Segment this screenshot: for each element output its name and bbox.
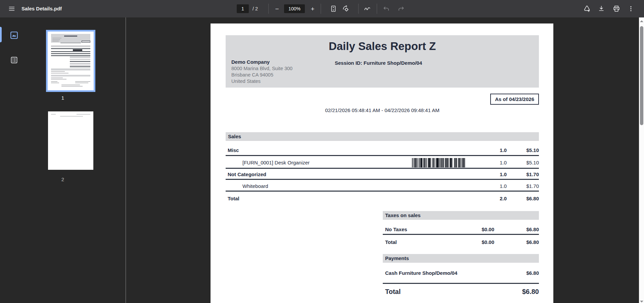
scroll-up-button[interactable] [639, 18, 644, 23]
sales-row-not-categorized: Not Categorized 1.0 $1.70 [226, 170, 539, 180]
document-title: Sales Details.pdf [21, 0, 62, 17]
scroll-down-button[interactable] [639, 299, 644, 303]
toolbar-divider [377, 4, 377, 14]
document-outline-view-icon [10, 56, 18, 65]
menu-button[interactable] [7, 4, 17, 14]
payments-total-rule [383, 283, 539, 284]
download-icon [598, 5, 605, 12]
annotate-icon [364, 5, 371, 12]
report-date-range: 02/21/2026 05:48:41 AM - 04/22/2026 09:4… [226, 107, 539, 113]
plus-icon: + [311, 6, 314, 12]
taxes-section-header: Taxes on sales [383, 211, 539, 220]
redo-button[interactable] [396, 4, 406, 14]
pdf-toolbar: Sales Details.pdf / 2 − 100% + [0, 0, 644, 17]
document-outline-view-button[interactable] [9, 55, 19, 66]
page-thumbnail-preview [48, 111, 93, 170]
page-number-input[interactable] [237, 4, 249, 13]
toolbar-divider [321, 4, 321, 14]
undo-button[interactable] [381, 4, 391, 14]
print-button[interactable] [611, 4, 622, 14]
more-options-button[interactable] [627, 4, 635, 14]
sales-row-desk-organizer: [FURN_0001] Desk Organizer 1.0 $5.10 [226, 157, 539, 169]
company-address-line2: Brisbane CA 94005 [231, 72, 292, 78]
print-icon [613, 5, 620, 12]
as-of-date-box: As of 04/23/2026 [490, 94, 539, 105]
undo-icon [383, 5, 390, 12]
fit-to-page-icon [330, 5, 337, 12]
save-to-drive-icon [583, 5, 591, 12]
thumbnail-sidebar: 1 2 [0, 17, 126, 303]
menu-icon [8, 5, 15, 12]
pdf-viewport: Daily Sales Report Z Demo Company 8000 M… [126, 17, 639, 303]
page-thumbnail-preview [46, 30, 95, 92]
more-options-icon [628, 5, 634, 12]
company-name: Demo Company [231, 59, 292, 65]
rotate-icon [342, 5, 350, 13]
toolbar-divider [358, 4, 359, 14]
selected-view-indicator [0, 27, 2, 42]
page-thumbnail-1[interactable] [46, 30, 95, 92]
download-button[interactable] [596, 4, 606, 14]
report-header-box: Daily Sales Report Z Demo Company 8000 M… [226, 35, 539, 88]
toolbar-divider [268, 4, 269, 14]
rotate-button[interactable] [341, 4, 351, 14]
save-to-drive-button[interactable] [582, 4, 592, 14]
redo-icon [398, 5, 405, 12]
annotate-button[interactable] [362, 4, 372, 14]
zoom-level-control[interactable]: 100% [284, 4, 305, 13]
sales-section: Sales Misc 1.0 $5.10 [FURN_0001] Desk Or… [226, 132, 539, 141]
barcode [412, 158, 466, 167]
scrollbar-thumb[interactable] [640, 26, 643, 125]
taxes-total-row: Total $0.00 $6.80 [383, 237, 539, 247]
page-thumbnail-2-label: 2 [0, 176, 126, 182]
sales-total-row: Total 2.0 $6.80 [226, 193, 539, 204]
taxes-row-no-taxes: No Taxes $0.00 $6.80 [383, 225, 539, 235]
company-block: Demo Company 8000 Marina Blvd, Suite 300… [231, 59, 292, 85]
page-thumbnail-1-label: 1 [0, 95, 126, 101]
sales-row-whiteboard: Whiteboard 1.0 $1.70 [226, 182, 539, 192]
payments-total-row: Total $6.80 [383, 286, 539, 297]
session-id: Session ID: Furniture Shop/Demo/04 [335, 60, 422, 66]
thumbnails-view-button[interactable] [9, 30, 19, 41]
taxes-payments-section: Taxes on sales No Taxes $0.00 $6.80 Tota… [383, 211, 539, 220]
vertical-scrollbar[interactable] [639, 17, 644, 303]
chevron-down-icon [640, 299, 644, 303]
payments-section-header: Payments [383, 254, 539, 263]
company-address-line3: United States [231, 78, 292, 85]
zoom-out-button[interactable]: − [272, 4, 282, 14]
payments-row-cash: Cash Furniture Shop/Demo/04 $6.80 [383, 268, 539, 278]
pdf-page: Daily Sales Report Z Demo Company 8000 M… [211, 23, 553, 303]
minus-icon: − [275, 6, 279, 12]
sales-row-misc: Misc 1.0 $5.10 [226, 145, 539, 156]
thumbnails-view-icon [10, 31, 18, 41]
sales-section-header: Sales [226, 132, 539, 141]
chevron-up-icon [640, 18, 644, 23]
company-address-line1: 8000 Marina Blvd, Suite 300 [231, 65, 292, 72]
page-thumbnail-2[interactable] [48, 111, 93, 170]
fit-to-page-button[interactable] [328, 4, 338, 14]
zoom-in-button[interactable]: + [308, 4, 318, 14]
report-title: Daily Sales Report Z [226, 40, 539, 53]
page-count-label: / 2 [252, 0, 258, 17]
